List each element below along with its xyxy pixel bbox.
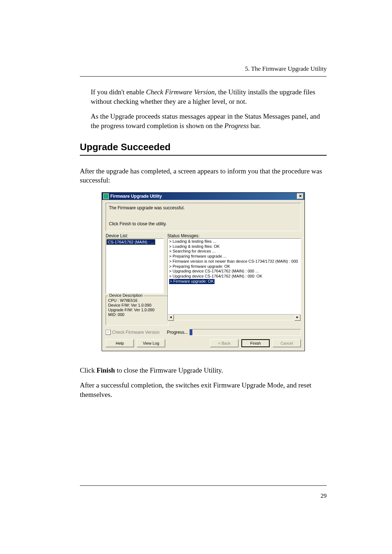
device-description-title: Device Description — [108, 293, 144, 298]
status-line-highlight: > Firmware upgrade: OK — [169, 279, 215, 284]
device-list-item-selected[interactable]: CS-1764/1762 (MAIN) : ... — [106, 239, 155, 245]
close-button[interactable]: ✕ — [297, 193, 303, 199]
scrollbar-horizontal[interactable]: ◄ ► — [168, 314, 301, 320]
status-line: > Preparing firmware upgrade ... — [169, 254, 299, 259]
page-footer: 29 — [80, 485, 327, 500]
progress-bar — [189, 329, 301, 336]
device-description-group: Device Description CPU : W78E516 Device … — [106, 296, 169, 325]
info-line-1: The Firmware upgrade was successful. — [109, 205, 298, 210]
info-line-2: Click Finish to close the utility. — [109, 221, 298, 226]
chapter-header: 5. The Firmware Upgrade Utility — [80, 65, 327, 73]
status-line: > Loading & testing files: OK — [169, 244, 299, 249]
p4-text-b: to close the Firmware Upgrade Utility. — [115, 366, 223, 374]
status-line: > Loading & testing files ... — [169, 239, 299, 244]
status-line: > Searching for devices ... — [169, 249, 299, 254]
titlebar: Firmware Upgrade Utility ✕ — [102, 193, 305, 200]
view-log-button[interactable]: View Log — [137, 339, 165, 347]
progress-label: Progress... — [167, 330, 188, 335]
p4-bold: Finish — [97, 366, 115, 374]
scroll-left-button[interactable]: ◄ — [168, 315, 174, 321]
header-rule — [80, 76, 327, 77]
paragraph-3: After the upgrade has completed, a scree… — [80, 167, 327, 185]
help-button[interactable]: Help — [106, 339, 134, 347]
info-panel: The Firmware upgrade was successful. Cli… — [106, 203, 301, 231]
p2-text-b: bar. — [249, 122, 261, 130]
desc-line: MID: 000 — [108, 312, 166, 317]
paragraph-2: As the Upgrade proceeds status messages … — [91, 112, 327, 130]
status-line: > Firmware version is not newer than dev… — [169, 259, 299, 264]
status-line: > Upgrading device CS-1764/1762 (MAIN) :… — [169, 269, 299, 274]
section-rule — [80, 155, 327, 156]
paragraph-1: If you didn't enable Check Firmware Vers… — [91, 87, 327, 106]
p4-text-a: Click — [80, 366, 97, 374]
p1-italic: Check Firmware Version — [146, 88, 215, 96]
finish-button[interactable]: Finish — [241, 339, 270, 347]
status-line: > Preparing firmware upgrade: OK — [169, 264, 299, 269]
back-button: < Back — [210, 339, 238, 347]
device-list[interactable]: CS-1764/1762 (MAIN) : ... — [106, 238, 164, 294]
desc-line: CPU : W78E516 — [108, 298, 166, 303]
p2-italic: Progress — [224, 122, 249, 130]
status-messages[interactable]: > Loading & testing files ... > Loading … — [167, 238, 301, 320]
cancel-button: Cancel — [273, 339, 301, 347]
scroll-right-button[interactable]: ► — [294, 315, 301, 321]
status-messages-label: Status Messges: — [167, 233, 301, 238]
status-line: > Upgrading device CS-1764/1762 (MAIN) :… — [169, 274, 299, 279]
paragraph-4: Click Finish to close the Firmware Upgra… — [80, 366, 327, 375]
app-icon — [103, 193, 109, 199]
check-firmware-checkbox: ✓ — [106, 330, 111, 335]
check-firmware-row: ✓ Check Firmware Version — [106, 330, 160, 335]
device-list-label: Device List: — [106, 233, 164, 238]
desc-line: Upgrade F/W: Ver 1.0.090 — [108, 308, 166, 312]
p2-text-a: As the Upgrade proceeds status messages … — [91, 112, 320, 130]
dialog-screenshot: Firmware Upgrade Utility ✕ The Firmware … — [102, 192, 305, 351]
page-number: 29 — [320, 492, 327, 499]
check-firmware-label: Check Firmware Version — [112, 330, 160, 335]
section-title: Upgrade Succeeded — [80, 141, 327, 153]
window-title: Firmware Upgrade Utility — [110, 194, 162, 199]
desc-line: Device F/W: Ver 1.0.090 — [108, 303, 166, 308]
p1-text-a: If you didn't enable — [91, 88, 146, 96]
window: Firmware Upgrade Utility ✕ The Firmware … — [102, 192, 305, 351]
paragraph-5: After a successful completion, the switc… — [80, 381, 327, 399]
